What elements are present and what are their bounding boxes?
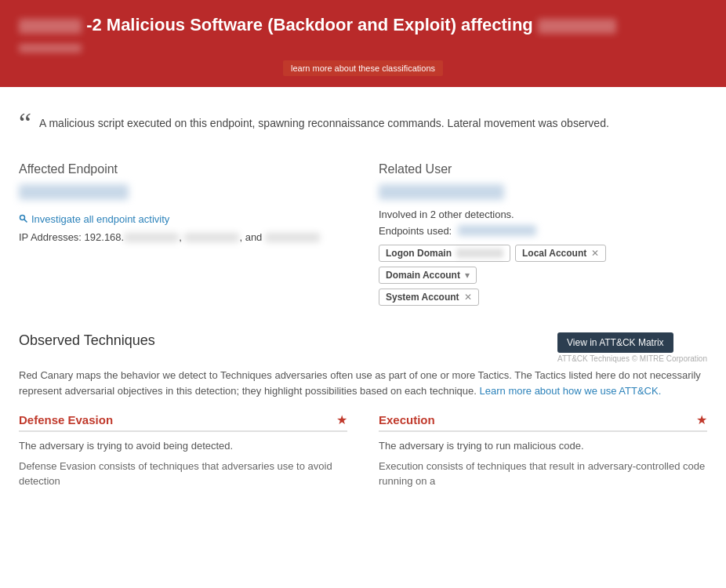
endpoint-name-blurred <box>19 184 129 200</box>
tag-system-account-label: System Account <box>386 292 459 303</box>
ip-blurred-2 <box>184 233 239 242</box>
tag-logon-domain-value <box>456 249 503 258</box>
ip-blurred-3 <box>265 233 320 242</box>
observed-techniques-title: Observed Techniques <box>19 332 155 349</box>
tag-domain-account-label: Domain Account <box>386 270 460 281</box>
technique-defense-evasion-header: Defense Evasion ★ <box>19 412 347 432</box>
affected-endpoint-section: Affected Endpoint Investigate all endpoi… <box>19 162 347 310</box>
learn-more-attck-link[interactable]: Learn more about how we use ATT&CK. <box>480 385 662 397</box>
endpoints-used: Endpoints used: <box>379 225 707 237</box>
techniques-columns: Defense Evasion ★ The adversary is tryin… <box>19 412 707 489</box>
technique-execution-header: Execution ★ <box>379 412 707 432</box>
ip-blurred-1 <box>124 233 179 242</box>
ip-prefix: IP Addresses: 192.168. <box>19 231 124 243</box>
tag-logon-domain-label: Logon Domain <box>386 248 452 259</box>
header-prefix-blurred <box>19 19 82 34</box>
user-name-blurred <box>379 184 504 200</box>
related-user-section: Related User Involved in 2 other detecti… <box>379 162 707 310</box>
header-severity: -2 <box>86 15 102 34</box>
tags-row-1: Logon Domain Local Account ✕ Domain Acco… <box>379 245 707 284</box>
tag-system-account: System Account ✕ <box>379 289 479 306</box>
technique-execution-desc: The adversary is trying to run malicious… <box>379 438 707 454</box>
main-content: “ A malicious script executed on this en… <box>0 87 726 502</box>
technique-defense-evasion: Defense Evasion ★ The adversary is tryin… <box>19 412 347 489</box>
header-title-text: Malicious Software (Backdoor and Exploit… <box>107 15 533 34</box>
attck-button-wrapper: View in ATT&CK Matrix ATT&CK Techniques … <box>557 332 707 363</box>
ip-addresses: IP Addresses: 192.168., , and <box>19 231 347 243</box>
search-icon <box>19 214 28 223</box>
technique-defense-evasion-desc: The adversary is trying to avoid being d… <box>19 438 347 454</box>
tag-system-account-close[interactable]: ✕ <box>464 292 472 303</box>
observed-techniques-section: Observed Techniques View in ATT&CK Matri… <box>19 329 707 489</box>
header-title: -2 Malicious Software (Backdoor and Expl… <box>19 14 707 37</box>
learn-more-banner: learn more about these classifications <box>19 60 707 76</box>
header-banner: -2 Malicious Software (Backdoor and Expl… <box>0 0 726 87</box>
tag-domain-account-dropdown[interactable]: ▾ <box>465 270 470 281</box>
involved-text: Involved in 2 other detections. <box>379 209 707 220</box>
header-subtitle-blurred <box>19 44 82 53</box>
quote-section: “ A malicious script executed on this en… <box>19 106 707 143</box>
two-column-section: Affected Endpoint Investigate all endpoi… <box>19 162 707 310</box>
technique-execution: Execution ★ The adversary is trying to r… <box>379 412 707 489</box>
header-suffix-blurred <box>538 19 616 34</box>
observed-description: Red Canary maps the behavior we detect t… <box>19 368 707 401</box>
investigate-link[interactable]: Investigate all endpoint activity <box>19 213 347 225</box>
attck-credit: ATT&CK Techniques © MITRE Corporation <box>557 354 707 363</box>
tag-local-account-label: Local Account <box>522 248 586 259</box>
technique-execution-name[interactable]: Execution <box>379 413 435 426</box>
endpoint-used-blurred <box>458 225 536 236</box>
technique-defense-evasion-detail: Defense Evasion consists of techniques t… <box>19 459 347 489</box>
observed-header: Observed Techniques View in ATT&CK Matri… <box>19 332 707 363</box>
tag-local-account: Local Account ✕ <box>515 245 606 262</box>
related-user-title: Related User <box>379 162 707 176</box>
investigate-label: Investigate all endpoint activity <box>31 213 169 225</box>
affected-endpoint-title: Affected Endpoint <box>19 162 347 176</box>
tag-local-account-close[interactable]: ✕ <box>591 248 599 259</box>
tag-domain-account: Domain Account ▾ <box>379 267 477 284</box>
technique-execution-detail: Execution consists of techniques that re… <box>379 459 707 489</box>
execution-star-icon[interactable]: ★ <box>696 412 707 427</box>
learn-more-classifications-button[interactable]: learn more about these classifications <box>283 60 443 76</box>
technique-defense-evasion-name[interactable]: Defense Evasion <box>19 413 113 426</box>
defense-evasion-star-icon[interactable]: ★ <box>336 412 347 427</box>
attck-matrix-button[interactable]: View in ATT&CK Matrix <box>557 332 673 353</box>
tag-logon-domain: Logon Domain <box>379 245 510 262</box>
quote-mark: “ <box>19 109 31 137</box>
svg-point-0 <box>20 216 25 220</box>
endpoints-label: Endpoints used: <box>379 225 452 237</box>
tags-row-2: System Account ✕ <box>379 289 707 306</box>
quote-text: A malicious script executed on this endp… <box>39 112 609 132</box>
svg-line-1 <box>24 220 27 222</box>
